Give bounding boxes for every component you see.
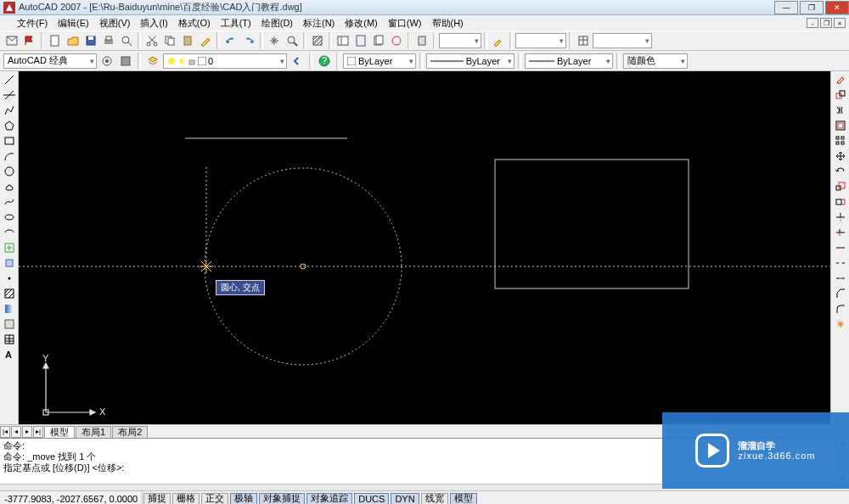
- erase-icon[interactable]: [833, 73, 848, 87]
- tool-palettes-icon[interactable]: [352, 32, 369, 49]
- status-ducs[interactable]: DUCS: [354, 493, 389, 505]
- maximize-button[interactable]: ❐: [800, 1, 824, 14]
- menu-view[interactable]: 视图(V): [94, 17, 136, 30]
- hatch-icon[interactable]: [2, 287, 17, 300]
- status-dyn[interactable]: DYN: [391, 493, 419, 505]
- preview-icon[interactable]: [118, 32, 135, 49]
- break-at-icon[interactable]: [833, 241, 848, 255]
- hatch-tb-icon[interactable]: [309, 32, 326, 49]
- menu-file[interactable]: 文件(F): [12, 17, 53, 30]
- revcloud-icon[interactable]: [2, 180, 17, 193]
- pan-icon[interactable]: [266, 32, 283, 49]
- paint-icon[interactable]: [490, 32, 507, 49]
- coords-display[interactable]: -3777.9083, -2027.6567, 0.0000: [0, 491, 143, 504]
- xline-icon[interactable]: [2, 88, 17, 102]
- break-icon[interactable]: [833, 256, 848, 270]
- sheetset-icon[interactable]: [370, 32, 387, 49]
- new-icon[interactable]: [47, 32, 64, 49]
- table-style-icon[interactable]: [575, 32, 592, 49]
- menu-modify[interactable]: 修改(M): [340, 17, 383, 30]
- tab-prev-button[interactable]: ◂: [11, 426, 21, 438]
- arc-icon[interactable]: [2, 149, 17, 163]
- status-snap[interactable]: 捕捉: [143, 493, 171, 505]
- minimize-button[interactable]: —: [774, 1, 798, 14]
- array-icon[interactable]: [833, 134, 848, 148]
- chamfer-icon[interactable]: [833, 287, 848, 300]
- join-icon[interactable]: [833, 272, 848, 285]
- cut-icon[interactable]: [143, 32, 160, 49]
- menu-insert[interactable]: 插入(I): [135, 17, 172, 30]
- scale-icon[interactable]: [833, 180, 848, 193]
- status-lwt[interactable]: 线宽: [421, 493, 448, 505]
- fillet-icon[interactable]: [833, 302, 848, 316]
- undo-icon[interactable]: [222, 32, 239, 49]
- trim-icon[interactable]: [833, 210, 848, 224]
- help-layer-icon[interactable]: ?: [316, 53, 333, 70]
- menu-dimension[interactable]: 标注(N): [298, 17, 340, 30]
- markup-icon[interactable]: [388, 32, 405, 49]
- polygon-icon[interactable]: [2, 119, 17, 132]
- copy-obj-icon[interactable]: [833, 88, 848, 102]
- status-grid[interactable]: 栅格: [172, 493, 200, 505]
- menu-edit[interactable]: 编辑(E): [53, 17, 94, 30]
- flag-icon[interactable]: [21, 32, 38, 49]
- tab-model[interactable]: 模型: [44, 426, 75, 438]
- ellipse-icon[interactable]: [2, 210, 17, 224]
- redo-icon[interactable]: [240, 32, 257, 49]
- tab-next-button[interactable]: ▸: [22, 426, 32, 438]
- paste-icon[interactable]: [179, 32, 196, 49]
- workspace-save-icon[interactable]: [117, 53, 134, 70]
- tab-layout2[interactable]: 布局2: [112, 426, 148, 438]
- ellipse-arc-icon[interactable]: [2, 226, 17, 239]
- region-icon[interactable]: [2, 317, 17, 331]
- match-icon[interactable]: [197, 32, 214, 49]
- table-style-dropdown[interactable]: [593, 33, 652, 48]
- open-icon[interactable]: [65, 32, 82, 49]
- move-icon[interactable]: [833, 149, 848, 163]
- mdi-minimize-button[interactable]: -: [807, 18, 818, 28]
- spline-icon[interactable]: [2, 195, 17, 209]
- standard-dropdown[interactable]: [515, 33, 566, 48]
- stretch-icon[interactable]: [833, 195, 848, 209]
- menu-format[interactable]: 格式(O): [173, 17, 216, 30]
- design-center-icon[interactable]: [335, 32, 351, 49]
- linetype-dropdown[interactable]: ByLayer: [426, 53, 514, 69]
- status-polar[interactable]: 极轴: [230, 493, 257, 505]
- copy-icon[interactable]: [161, 32, 178, 49]
- block-icon[interactable]: [2, 256, 17, 270]
- close-button[interactable]: ✕: [825, 1, 849, 14]
- print-icon[interactable]: [100, 32, 117, 49]
- layer-props-icon[interactable]: [144, 53, 161, 70]
- rectangle-icon[interactable]: [2, 134, 17, 148]
- insert-icon[interactable]: [2, 241, 17, 255]
- workspace-settings-icon[interactable]: [98, 53, 115, 70]
- explode-icon[interactable]: [833, 317, 848, 331]
- mirror-icon[interactable]: [833, 104, 848, 117]
- plot-style-dropdown[interactable]: 随颜色: [623, 53, 688, 69]
- save-icon[interactable]: [82, 32, 99, 49]
- mdi-restore-button[interactable]: ❐: [820, 18, 832, 28]
- calc-icon[interactable]: [413, 32, 430, 49]
- workspace-dropdown[interactable]: AutoCAD 经典: [3, 53, 97, 69]
- status-ortho[interactable]: 正交: [201, 493, 228, 505]
- color-dropdown[interactable]: ByLayer: [343, 53, 416, 69]
- rotate-icon[interactable]: [833, 165, 848, 178]
- status-otrack[interactable]: 对象追踪: [306, 493, 352, 505]
- flyout-icon[interactable]: [3, 32, 20, 49]
- circle-icon[interactable]: [2, 165, 17, 178]
- layer-dropdown[interactable]: 0: [163, 53, 287, 69]
- extend-icon[interactable]: [833, 226, 848, 239]
- tab-first-button[interactable]: |◂: [0, 426, 10, 438]
- menu-window[interactable]: 窗口(W): [383, 17, 427, 30]
- line-icon[interactable]: [2, 73, 17, 87]
- lineweight-dropdown[interactable]: ByLayer: [525, 53, 613, 69]
- drawing-canvas[interactable]: X Y 圆心, 交点: [19, 71, 830, 424]
- tab-layout1[interactable]: 布局1: [76, 426, 111, 438]
- pline-icon[interactable]: [2, 104, 17, 117]
- zoom-icon[interactable]: [284, 32, 301, 49]
- mdi-close-button[interactable]: ×: [834, 18, 846, 28]
- layer-prev-icon[interactable]: [289, 53, 306, 70]
- gradient-icon[interactable]: [2, 302, 17, 316]
- mtext-icon[interactable]: A: [2, 348, 17, 361]
- point-icon[interactable]: [2, 272, 17, 285]
